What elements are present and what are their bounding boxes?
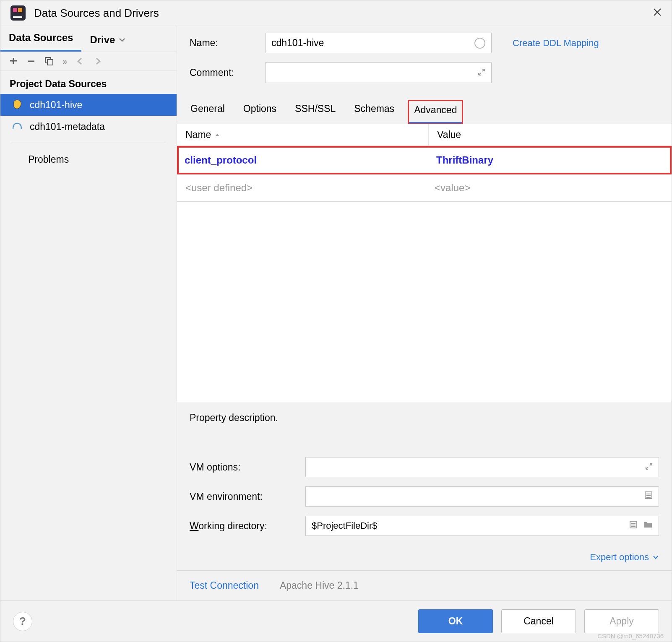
driver-info: Apache Hive 2.1.1 — [280, 580, 359, 591]
sidebar-item-label: cdh101-hive — [30, 99, 82, 111]
tab-general[interactable]: General — [185, 100, 230, 124]
svg-rect-1 — [13, 8, 17, 12]
properties-table-area: Name Value client_protocol ThriftBinary … — [177, 124, 672, 600]
sidebar-item-cdh101-metadata[interactable]: cdh101-metadata — [0, 116, 177, 138]
dialog-window: Data Sources and Drivers Data Sources Dr… — [0, 0, 672, 642]
vm-environment-label: VM environment: — [190, 491, 299, 502]
close-icon[interactable] — [652, 7, 662, 19]
property-name-placeholder[interactable]: <user defined> — [177, 174, 429, 201]
forward-icon[interactable] — [93, 57, 102, 66]
column-header-name[interactable]: Name — [177, 124, 429, 146]
sort-asc-icon — [214, 132, 220, 138]
comment-label: Comment: — [190, 67, 257, 78]
titlebar: Data Sources and Drivers — [0, 0, 672, 26]
vm-environment-input[interactable] — [305, 486, 659, 507]
sidebar-item-cdh101-hive[interactable]: cdh101-hive — [0, 94, 177, 116]
list-icon[interactable] — [644, 491, 653, 502]
expand-icon[interactable] — [478, 67, 485, 78]
back-icon[interactable] — [76, 57, 85, 66]
svg-rect-10 — [47, 60, 53, 65]
color-picker-icon[interactable] — [474, 38, 485, 49]
list-icon[interactable] — [629, 520, 638, 531]
tab-schemas[interactable]: Schemas — [349, 100, 399, 124]
working-directory-label: Working directory: — [190, 520, 299, 532]
project-data-sources-heading: Project Data Sources — [0, 71, 177, 94]
table-header: Name Value — [177, 124, 672, 146]
config-tabs: General Options SSH/SSL Schemas Advanced — [177, 92, 672, 124]
vm-options-input[interactable] — [305, 457, 659, 477]
duplicate-icon[interactable] — [44, 56, 54, 66]
comment-row: Comment: — [177, 56, 672, 86]
chevron-down-icon — [118, 36, 126, 44]
name-input[interactable]: cdh101-hive — [265, 33, 492, 53]
hive-icon — [11, 99, 23, 111]
tab-ssh-ssl[interactable]: SSH/SSL — [290, 100, 341, 124]
test-connection-link[interactable]: Test Connection — [190, 580, 259, 591]
vm-environment-row: VM environment: — [190, 486, 659, 507]
chevron-down-icon — [652, 554, 659, 561]
table-row-placeholder[interactable]: <user defined> <value> — [177, 174, 672, 201]
property-description: Property description. — [190, 412, 659, 424]
more-icon[interactable]: » — [63, 57, 67, 66]
remove-icon[interactable] — [26, 57, 36, 66]
window-title: Data Sources and Drivers — [34, 7, 652, 20]
property-value-cell[interactable]: ThriftBinary — [430, 148, 670, 173]
sidebar-tab-data-sources[interactable]: Data Sources — [0, 26, 81, 52]
create-ddl-mapping-link[interactable]: Create DDL Mapping — [513, 38, 599, 49]
dialog-footer: ? OK Cancel Apply — [0, 600, 672, 642]
expert-options-link[interactable]: Expert options — [590, 552, 659, 563]
sidebar-toolbar: » — [0, 52, 177, 71]
tab-advanced[interactable]: Advanced — [408, 100, 463, 124]
expert-options-row: Expert options — [177, 549, 672, 570]
vm-options-row: VM options: — [190, 457, 659, 477]
apply-button[interactable]: Apply — [584, 609, 659, 633]
test-connection-row: Test Connection Apache Hive 2.1.1 — [177, 570, 672, 600]
sidebar-tab-drivers[interactable]: Drive — [81, 26, 134, 52]
column-header-value[interactable]: Value — [429, 124, 672, 146]
name-label: Name: — [190, 37, 257, 49]
ok-button[interactable]: OK — [418, 609, 493, 633]
help-button[interactable]: ? — [13, 612, 32, 631]
working-directory-row: Working directory: $ProjectFileDir$ — [190, 516, 659, 536]
svg-rect-3 — [13, 16, 22, 18]
table-empty-area — [177, 202, 672, 402]
watermark: CSDN @m0_65248736 — [597, 632, 664, 639]
properties-table: Name Value client_protocol ThriftBinary … — [177, 124, 672, 202]
comment-input[interactable] — [265, 62, 492, 83]
mysql-icon — [11, 121, 23, 133]
properties-panel: Property description. VM options: VM env… — [177, 402, 672, 549]
property-value-placeholder[interactable]: <value> — [429, 174, 672, 201]
sidebar-tabs: Data Sources Drive — [0, 26, 177, 52]
sidebar-separator — [11, 143, 166, 143]
cancel-button[interactable]: Cancel — [501, 609, 576, 633]
sidebar-item-label: cdh101-metadata — [30, 121, 105, 133]
folder-icon[interactable] — [643, 520, 653, 531]
table-row[interactable]: client_protocol ThriftBinary — [177, 146, 672, 174]
app-icon — [10, 5, 26, 21]
main-panel: Name: cdh101-hive Create DDL Mapping Com… — [177, 26, 672, 600]
svg-rect-2 — [18, 8, 22, 12]
svg-rect-0 — [10, 5, 26, 21]
name-row: Name: cdh101-hive Create DDL Mapping — [177, 26, 672, 56]
vm-options-label: VM options: — [190, 462, 299, 473]
dialog-body: Data Sources Drive » Project Data Source… — [0, 26, 672, 600]
working-directory-input[interactable]: $ProjectFileDir$ — [305, 516, 659, 536]
tab-options[interactable]: Options — [238, 100, 281, 124]
property-name-cell[interactable]: client_protocol — [179, 148, 430, 173]
sidebar: Data Sources Drive » Project Data Source… — [0, 26, 177, 600]
add-icon[interactable] — [9, 57, 18, 66]
sidebar-item-problems[interactable]: Problems — [0, 148, 177, 171]
expand-icon[interactable] — [645, 462, 653, 473]
